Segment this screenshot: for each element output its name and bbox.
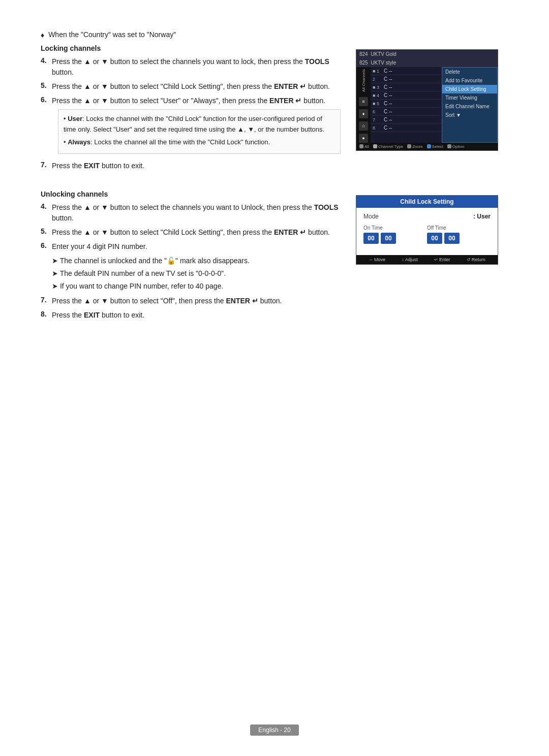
step-text: Press the ▲ or ▼ button to select the ch… [52,202,341,224]
unlocking-step-8: 8. Press the EXIT button to exit. [41,310,341,321]
unlocking-step-4: 4. Press the ▲ or ▼ button to select the… [41,202,341,224]
step-num: 7. [41,296,52,304]
unlocking-step-5: 5. Press the ▲ or ▼ button to select "Ch… [41,227,341,238]
bottom-all: All [359,144,369,149]
cls-move: ↔ Move [369,257,385,262]
ch-name: C -- [384,101,440,106]
unlocking-step-6: 6. Enter your 4 digit PIN number. [41,241,341,252]
ch-name: C -- [384,125,440,131]
dot-all [359,144,363,148]
move-label: Move [374,257,385,262]
sub-bullet-always: • Always: Locks the channel all the time… [64,137,335,148]
ch-name: C -- [384,109,440,114]
tv-channel-list: ■ 1 C -- 2 C -- ■ 3 C -- ■ 4 [371,67,442,143]
step-text: Press the EXIT button to exit. [52,310,341,321]
tv-child-screen: Child Lock Setting Mode : User On Time 0… [356,190,508,324]
adjust-label: Adjust [405,257,418,262]
unlocking-left: Unlocking channels 4. Press the ▲ or ▼ b… [41,190,341,324]
cls-title: Child Lock Setting [356,196,498,208]
tv-context-menu: Delete Add to Favourite Child Lock Setti… [442,67,498,143]
ch-num: ■ 3 [373,85,384,90]
ch-name: C -- [384,68,440,74]
return-icon: ↺ [467,257,471,262]
tv-lock-display: 824 UKTV Gold 825 UKTV style All Channel… [356,49,498,151]
locking-step-4: 4. Press the ▲ or ▼ button to select the… [41,56,341,78]
arrow-bullet-2: ➤ The default PIN number of a new TV set… [52,268,341,279]
ch-num: ■ 5 [373,101,384,106]
enter-icon: ↵ [434,257,438,262]
unlocking-section: Unlocking channels 4. Press the ▲ or ▼ b… [41,190,508,324]
on-time-m: 00 [381,233,396,244]
ch-name: C -- [384,84,440,90]
label-select: Select [432,144,443,149]
locking-step-5: 5. Press the ▲ or ▼ button to select "Ch… [41,81,341,92]
sidebar-icons: ≡ ♦ ☆ ● [359,97,368,143]
child-lock-display: Child Lock Setting Mode : User On Time 0… [356,195,498,265]
cls-enter: ↵ Enter [434,257,450,262]
step-num: 4. [41,202,52,210]
sidebar-icon-all: ≡ [359,97,368,106]
off-time-inputs: 00 00 [427,233,491,244]
step-num: 6. [41,241,52,249]
menu-sort: Sort ▼ [442,111,497,119]
dot-select [427,144,431,148]
ch-num: 6 [373,109,384,114]
enter-label: Enter [439,257,450,262]
arrow-bullet-1: ➤ The channel is unlocked and the "🔓" ma… [52,256,341,266]
locking-section: Locking channels 4. Press the ▲ or ▼ but… [41,44,341,175]
ch-name: C -- [384,76,440,82]
mode-label: Mode [363,213,379,220]
ch-825: 825 UKTV style [359,60,396,66]
step-text: Press the ▲ or ▼ button to select "Child… [52,227,341,238]
off-time-m: 00 [444,233,460,244]
tv-lock-screen: 824 UKTV Gold 825 UKTV style All Channel… [356,44,508,175]
step-text: Press the EXIT button to exit. [52,161,341,171]
tv-ch-row: 8 C -- [371,124,442,132]
step-text: Press the ▲ or ▼ button to select the ch… [52,56,341,78]
off-time-label: Off Time [427,225,491,231]
adjust-icon: ↕ [402,257,404,262]
cls-time-section: On Time 00 00 Off Time 00 00 [363,225,491,244]
cls-mode-row: Mode : User [363,213,491,220]
step-num: 4. [41,56,52,65]
sidebar-label: All Channels [361,69,366,92]
bullet-diamond: ♦ [41,31,44,39]
step-num: 7. [41,161,52,169]
bottom-select: Select [427,144,443,149]
mode-value: : User [473,213,491,220]
menu-timer: Timer Viewing [442,93,497,102]
off-time-h: 00 [427,233,442,244]
ch-num: ■ 1 [373,69,384,74]
ch-824: 824 UKTV Gold [359,51,396,57]
bottom-ch-type: Channel Type [373,144,403,149]
dot-zoom [407,144,411,148]
dot-ch-type [373,144,377,148]
norway-header-text: When the "Country" was set to "Norway" [48,30,176,39]
tv-ch-row: ■ 3 C -- [371,83,442,91]
cls-return: ↺ Return [467,257,485,262]
move-icon: ↔ [369,257,373,262]
ch-num: ■ 4 [373,93,384,98]
cls-bottom-bar: ↔ Move ↕ Adjust ↵ Enter ↺ Return [356,255,498,264]
tv-ch-row: 7 C -- [371,116,442,124]
ch-name: C -- [384,117,440,122]
tv-top-bar: 824 UKTV Gold [356,50,498,58]
page-footer: English - 20 [0,724,549,736]
label-option: Option [452,144,465,149]
tv-ch-row: ■ 5 C -- [371,100,442,108]
locking-title: Locking channels [41,44,341,52]
sidebar-icon-star: ☆ [359,121,368,131]
ch-name: C -- [384,92,440,98]
cls-body: Mode : User On Time 00 00 Off Time [356,208,498,255]
tv-ch-row: 6 C -- [371,108,442,116]
menu-delete: Delete [442,68,497,76]
sidebar-icon-dot: ● [359,134,368,143]
step-num: 6. [41,96,52,104]
ch-num: 8 [373,125,384,131]
sub-bullet-user: • User: Locks the channel with the "Chil… [64,114,335,135]
step-text: Press the ▲ or ▼ button to select "Child… [52,81,341,92]
sidebar-icon-fav: ♦ [359,109,368,118]
bottom-zoom: Zoom [407,144,422,149]
off-time-col: Off Time 00 00 [427,225,491,244]
bottom-option: Option [447,144,465,149]
